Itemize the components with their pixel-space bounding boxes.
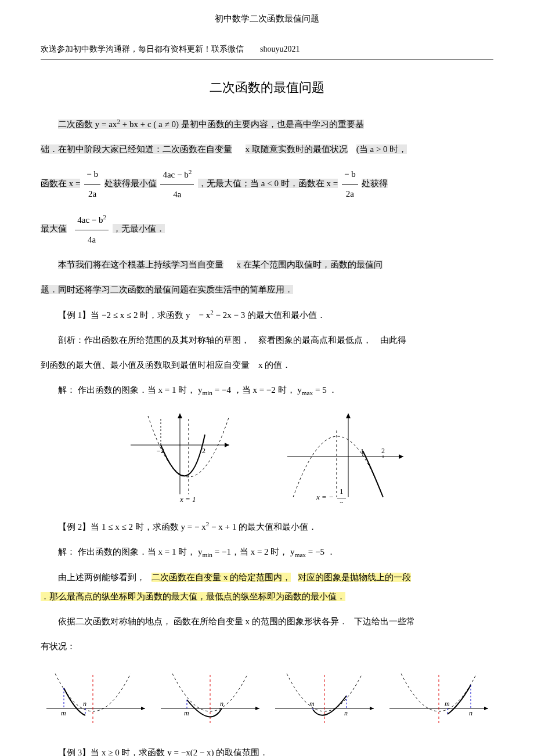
p3-b: 处获得最小值 [104, 179, 157, 188]
ex1-b: = x [199, 310, 210, 320]
g2-lbl-2: 2 [381, 447, 385, 455]
hlp-d: ．那么最高点的纵坐标即为函数的最大值，最低点的纵坐标即为函数的最小值． [41, 592, 345, 601]
p4-a: 最大值 [41, 224, 67, 233]
sub-min-1: min [202, 389, 212, 396]
frac-minval: 4ac − b2 4a [160, 165, 194, 204]
p3-a: 函数在 x = [41, 179, 80, 188]
svg-marker-1 [225, 443, 229, 447]
p1-a: 二次函数 y = ax [58, 120, 117, 129]
ex1-a: 【例 1】当 −2 ≤ x ≤ 2 时，求函数 y [58, 310, 190, 320]
frac-den-3: 2a [346, 189, 354, 198]
frac-vertex-x2: − b 2a [342, 165, 358, 204]
notice-line: 欢送参加初中数学沟通群，每日都有资料更新！联系微信 shouyu2021 [41, 43, 493, 56]
g1-lbl-m2: −2 [157, 447, 164, 455]
c4-n: n [469, 709, 472, 717]
p4-b: ，无最小值． [113, 224, 165, 233]
frac-num-4: 4ac − b [77, 215, 103, 225]
p2-c: (当 a > 0 时， [356, 144, 407, 154]
svg-marker-3 [178, 413, 182, 418]
frac-den-4: 4a [88, 235, 96, 244]
sol2-a: 解： 作出函数的图象．当 x = 1 时， y [58, 547, 202, 556]
g1-lbl-2: 2 [202, 447, 205, 455]
case-graph-1: m n [44, 668, 148, 732]
graph-1-parabola-up: −2 2 x = 1 [125, 410, 235, 503]
p5-b: x 在某个范围内取值时，函数的最值问 [237, 260, 383, 269]
main-title: 二次函数的最值问题 [41, 77, 493, 97]
g2-lbl-xhalf-num: 1 [337, 486, 346, 498]
sol2-c: = −5 ． [306, 547, 335, 556]
c1-n: n [83, 700, 86, 708]
p2-a: 础．在初中阶段大家已经知道：二次函数在自变量 [41, 144, 232, 154]
g2-lbl-1: 1 [360, 447, 364, 455]
p6: 题．同时还将学习二次函数的最值问题在实质生活中的简单应用． [41, 285, 293, 294]
g2-lbl-xhalf-den: 2 [337, 498, 346, 503]
p7-c: 有状况： [41, 642, 75, 651]
g1-lbl-x1: x = 1 [179, 495, 196, 503]
hlp-a: 由上述两例能够看到， [58, 573, 145, 582]
frac-maxval: 4ac − b2 4a [75, 210, 109, 249]
svg-marker-29 [484, 707, 488, 710]
ana-c: 由此得 [380, 335, 406, 345]
graph-2-parabola-down: 1 2 x = − 1 2 [282, 410, 409, 503]
example-1: 【例 1】当 −2 ≤ x ≤ 2 时，求函数 y = x2 − 2x − 3 … [41, 305, 493, 325]
intro-p3: 函数在 x = − b 2a 处获得最小值 4ac − b2 4a ，无最大值；… [41, 165, 493, 204]
hlp-b: 二次函数在自变量 x 的给定范围内， [151, 573, 291, 582]
c3-m: m [309, 700, 315, 708]
example-3: 【例 3】当 x ≥ 0 时，求函数 y = −x(2 − x) 的取值范围． [41, 743, 493, 756]
notice-wechat: shouyu2021 [260, 45, 300, 53]
highlight-paragraph: 由上述两例能够看到， 二次函数在自变量 x 的给定范围内， 对应的图象是抛物线上… [41, 568, 493, 606]
g2-lbl-xhalf-a: x = − [316, 493, 334, 502]
intro-p1: 二次函数 y = ax2 + bx + c ( a ≠ 0) 是初中函数的主要内… [41, 114, 493, 134]
svg-marker-14 [141, 707, 145, 710]
sol2-b: = −1，当 x = 2 时， y [212, 547, 295, 556]
p7-a: 依据二次函数对称轴的地点， 函数在所给自变量 x 的范围的图象形状各异． [58, 617, 348, 626]
p2-b: x 取随意实数时的最值状况 [246, 144, 348, 154]
svg-marker-19 [255, 707, 259, 710]
ana2-a: 到函数的最大值、最小值及函数取到最值时相应自变量 [41, 360, 250, 370]
intro-p2: 础．在初中阶段大家已经知道：二次函数在自变量 x 取随意实数时的最值状况 (当 … [41, 140, 493, 159]
ex3-text: 【例 3】当 x ≥ 0 时，求函数 y = −x(2 − x) 的取值范围． [58, 748, 268, 756]
intro-p1-hl: 二次函数 y = ax2 + bx + c ( a ≠ 0) 是初中函数的主要内… [58, 120, 364, 129]
sub-max-1: max [302, 389, 313, 396]
sub-max-2: max [295, 551, 306, 558]
analysis-1b: 到函数的最大值、最小值及函数取到最值时相应自变量 x 的值． [41, 356, 493, 375]
frac-vertex-x1: − b 2a [84, 165, 100, 204]
frac-num-3: − b [344, 169, 356, 179]
solution-1: 解： 作出函数的图象．当 x = 1 时， ymin = −4 ，当 x = −… [41, 381, 493, 400]
intro-p5: 本节我们将在这个根基上持续学习当自变量 x 在某个范围内取值时，函数的最值问 [41, 255, 493, 274]
sol1-a: 解： 作出函数的图象．当 x = 1 时， y [58, 385, 202, 395]
svg-marker-24 [370, 707, 374, 710]
intro-p4: 最大值 4ac − b2 4a ，无最小值． [41, 210, 493, 249]
frac-den-1: 2a [88, 189, 96, 198]
p5-a: 本节我们将在这个根基上持续学习当自变量 [58, 260, 223, 269]
hlp-c: 对应的图象是抛物线上的一段 [298, 573, 411, 582]
svg-marker-9 [346, 413, 351, 418]
case-graph-2: m n [158, 668, 262, 732]
c2-m: m [184, 709, 189, 717]
cases-intro: 依据二次函数对称轴的地点， 函数在所给自变量 x 的范围的图象形状各异． 下边给… [41, 612, 493, 631]
svg-marker-7 [399, 454, 403, 459]
c2-n: n [220, 700, 223, 708]
solution-2: 解： 作出函数的图象．当 x = 1 时， ymin = −1，当 x = 2 … [41, 542, 493, 562]
c3-n: n [344, 709, 348, 717]
graph-row-cases: m n m n m n [41, 668, 493, 732]
cases-intro-b: 有状况： [41, 637, 493, 656]
p1-b: + bx + c ( a ≠ 0) 是初中函数的主要内容，也是高中学习的重要基 [120, 120, 364, 129]
analysis-1: 剖析：作出函数在所给范围的及其对称轴的草图， 察看图象的最高点和最低点， 由此得 [41, 331, 493, 350]
ana2-b: x 的值． [258, 360, 291, 370]
example-2: 【例 2】当 1 ≤ x ≤ 2 时，求函数 y = − x2 − x + 1 … [41, 517, 493, 537]
frac-num-1: − b [86, 169, 98, 179]
ex2-a: 【例 2】当 1 ≤ x ≤ 2 时，求函数 y = − x [58, 522, 206, 531]
c1-m: m [61, 709, 66, 717]
ex1-c: − 2x − 3 的最大值和最小值． [214, 310, 326, 320]
p7-b: 下边给出一些常 [354, 617, 415, 626]
ana-a: 剖析：作出函数在所给范围的及其对称轴的草图， [58, 335, 250, 345]
sol1-c: = 5 ． [313, 385, 337, 395]
frac-num-2: 4ac − b [163, 170, 188, 179]
c4-m: m [445, 700, 450, 708]
ana-b: 察看图象的最高点和最低点， [258, 335, 371, 345]
header-rule [41, 59, 493, 60]
page-top-title: 初中数学二次函数最值问题 [41, 12, 493, 26]
notice-prefix: 欢送参加初中数学沟通群，每日都有资料更新！联系微信 [41, 45, 244, 53]
p3-d: 处获得 [362, 179, 388, 188]
